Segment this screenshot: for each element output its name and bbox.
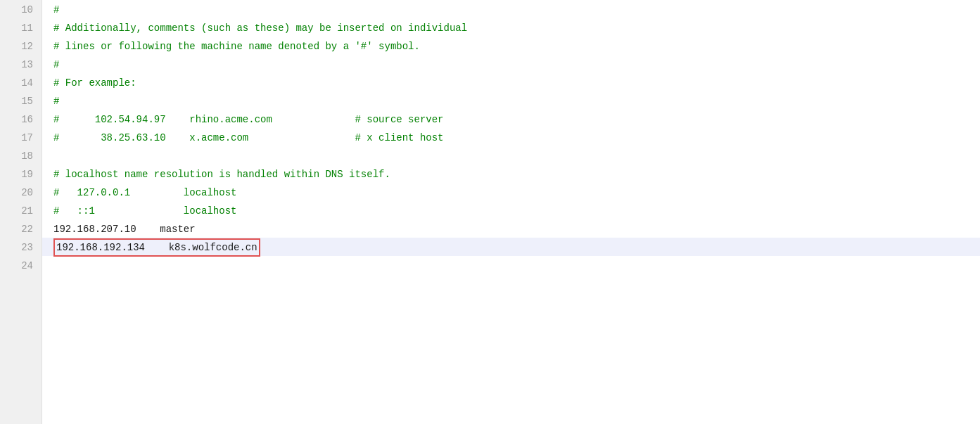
code-line: # [42, 0, 980, 18]
code-text: # lines or following the machine name de… [53, 41, 420, 52]
code-line [42, 256, 980, 274]
code-text: # 38.25.63.10 x.acme.com # x client host [53, 132, 444, 143]
code-line: # Additionally, comments (such as these)… [42, 18, 980, 37]
code-line: # 127.0.0.1 localhost [42, 183, 980, 201]
code-line: # For example: [42, 73, 980, 91]
line-numbers: 101112131415161718192021222324 [0, 0, 42, 424]
code-text: # ::1 localhost [53, 205, 236, 217]
code-text: # For example: [53, 77, 136, 89]
code-line: # localhost name resolution is handled w… [42, 165, 980, 183]
line-number: 24 [0, 256, 42, 274]
line-number: 21 [0, 201, 42, 219]
line-number: 11 [0, 18, 42, 37]
line-number: 16 [0, 110, 42, 128]
line-number: 18 [0, 146, 42, 165]
code-text: # localhost name resolution is handled w… [53, 169, 390, 180]
code-text: # [53, 96, 59, 107]
line-number: 19 [0, 165, 42, 183]
line-number: 12 [0, 37, 42, 55]
code-text: # 127.0.0.1 localhost [53, 187, 236, 198]
code-text: # [53, 4, 59, 15]
code-line: # [42, 55, 980, 73]
code-line: # 102.54.94.97 rhino.acme.com # source s… [42, 110, 980, 128]
code-line: 192.168.207.10 master [42, 219, 980, 238]
code-line [42, 146, 980, 165]
code-line: # 38.25.63.10 x.acme.com # x client host [42, 128, 980, 146]
code-text: 192.168.207.10 master [53, 224, 196, 235]
line-number: 22 [0, 219, 42, 238]
line-number: 13 [0, 55, 42, 73]
code-line: # ::1 localhost [42, 201, 980, 219]
line-number: 14 [0, 73, 42, 91]
code-text: # 102.54.94.97 rhino.acme.com # source s… [53, 114, 444, 125]
editor-container: 101112131415161718192021222324 ## Additi… [0, 0, 980, 424]
code-text: # Additionally, comments (such as these)… [53, 23, 467, 34]
line-number: 10 [0, 0, 42, 18]
code-line: 192.168.192.134 k8s.wolfcode.cn [42, 238, 980, 256]
code-line: # [42, 91, 980, 110]
line-number: 15 [0, 91, 42, 110]
code-line: # lines or following the machine name de… [42, 37, 980, 55]
line-number: 17 [0, 128, 42, 146]
code-area[interactable]: ## Additionally, comments (such as these… [42, 0, 980, 424]
line-number: 20 [0, 183, 42, 201]
highlighted-entry: 192.168.192.134 k8s.wolfcode.cn [53, 238, 260, 257]
code-text: # [53, 59, 59, 70]
line-number: 23 [0, 238, 42, 256]
